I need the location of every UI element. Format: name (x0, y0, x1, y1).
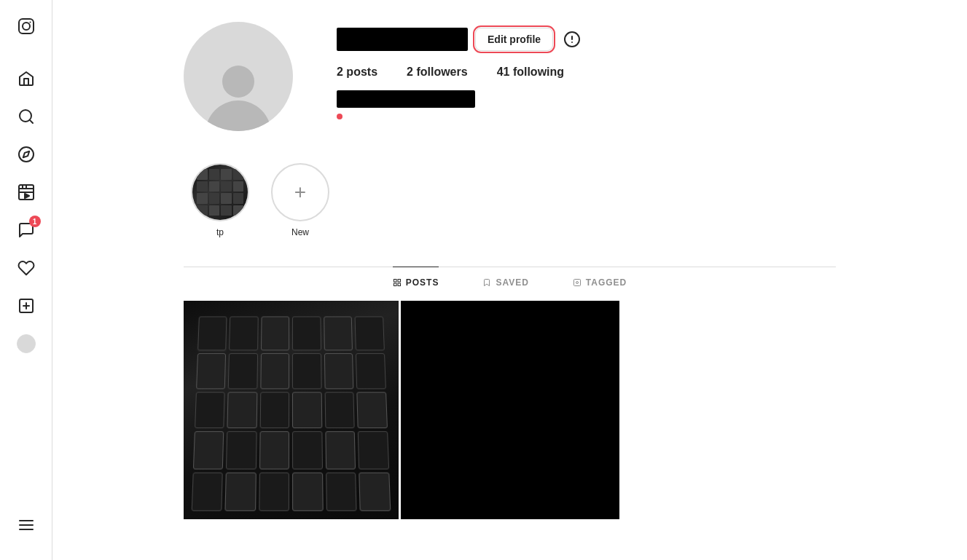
posts-grid (184, 301, 836, 519)
add-highlight-icon: + (294, 182, 306, 202)
tab-tagged[interactable]: TAGGED (573, 267, 627, 298)
highlight-item-new[interactable]: + New (271, 163, 329, 237)
username-block (337, 28, 468, 51)
avatar-person (205, 66, 271, 131)
sidebar-item-profile[interactable] (9, 326, 44, 361)
compass-icon (17, 146, 35, 163)
profile-header: Edit profile 2 posts (184, 22, 836, 131)
followers-label: followers (416, 66, 467, 78)
sidebar-item-menu[interactable] (9, 508, 44, 543)
svg-point-5 (19, 147, 34, 162)
sidebar-bottom (9, 508, 44, 551)
sidebar: 1 (0, 0, 52, 560)
settings-button[interactable] (560, 28, 584, 51)
highlight-label-tp: tp (216, 227, 224, 237)
svg-point-2 (29, 22, 31, 23)
bio-block (337, 90, 475, 108)
svg-point-1 (23, 23, 30, 30)
posts-count: 2 (337, 66, 343, 78)
tab-posts-label: POSTS (406, 277, 439, 288)
tabs-section: POSTS SAVED TAGGED (184, 267, 836, 298)
sidebar-item-reels[interactable] (9, 175, 44, 210)
main-content: Edit profile 2 posts (52, 0, 967, 560)
highlight-circle-tp (191, 163, 249, 221)
post-item-2[interactable] (401, 301, 619, 519)
following-label: following (513, 66, 564, 78)
instagram-logo[interactable] (9, 9, 44, 47)
plus-square-icon (17, 297, 35, 315)
sidebar-nav: 1 (9, 61, 44, 508)
sidebar-item-create[interactable] (9, 288, 44, 323)
edit-profile-button[interactable]: Edit profile (475, 28, 553, 51)
svg-marker-6 (23, 151, 28, 157)
sidebar-item-explore[interactable] (9, 137, 44, 172)
highlight-circle-new: + (271, 163, 329, 221)
profile-avatar-container (184, 22, 293, 131)
stories-section: tp + New (184, 163, 836, 237)
svg-rect-26 (573, 280, 580, 286)
heart-icon (17, 259, 35, 277)
tab-saved[interactable]: SAVED (482, 267, 528, 298)
posts-tab-icon (393, 278, 402, 287)
svg-line-4 (29, 120, 32, 123)
reels-icon (17, 184, 35, 201)
profile-avatar (184, 22, 293, 131)
profile-section: Edit profile 2 posts (169, 0, 850, 534)
followers-count: 2 (407, 66, 413, 78)
avatar-body (205, 100, 271, 131)
red-dot-indicator (337, 114, 342, 119)
followers-stat[interactable]: 2 followers (407, 66, 468, 79)
svg-rect-0 (19, 19, 34, 33)
menu-icon (17, 516, 35, 534)
profile-stats: 2 posts 2 followers 41 following (337, 66, 836, 79)
svg-rect-22 (394, 280, 396, 283)
svg-rect-23 (398, 280, 401, 283)
posts-label: posts (346, 66, 377, 78)
tab-tagged-label: TAGGED (586, 277, 627, 288)
saved-tab-icon (482, 278, 491, 287)
tab-posts[interactable]: POSTS (393, 267, 439, 298)
post-item-1[interactable] (184, 301, 399, 519)
sidebar-item-notifications[interactable] (9, 251, 44, 285)
tabs: POSTS SAVED TAGGED (184, 267, 836, 298)
sidebar-item-messages[interactable]: 1 (9, 213, 44, 248)
avatar-head (222, 66, 254, 98)
profile-info: Edit profile 2 posts (337, 22, 836, 119)
tagged-tab-icon (573, 278, 582, 287)
sidebar-item-home[interactable] (9, 61, 44, 96)
svg-rect-25 (398, 283, 401, 286)
search-icon (17, 108, 35, 125)
tab-saved-label: SAVED (496, 277, 528, 288)
highlight-label-new: New (291, 227, 309, 237)
svg-marker-12 (25, 194, 29, 198)
profile-actions: Edit profile (337, 28, 836, 51)
instagram-icon (17, 17, 35, 35)
highlight-item-tp[interactable]: tp (191, 163, 249, 237)
sidebar-profile-avatar (17, 334, 36, 353)
messages-badge: 1 (29, 216, 41, 227)
following-stat[interactable]: 41 following (497, 66, 564, 79)
settings-icon (563, 31, 581, 48)
svg-rect-24 (394, 283, 396, 286)
posts-stat[interactable]: 2 posts (337, 66, 377, 79)
home-icon (17, 70, 35, 87)
sidebar-item-search[interactable] (9, 99, 44, 134)
post-black-image (401, 301, 619, 519)
following-count: 41 (497, 66, 510, 78)
svg-point-27 (576, 282, 578, 284)
